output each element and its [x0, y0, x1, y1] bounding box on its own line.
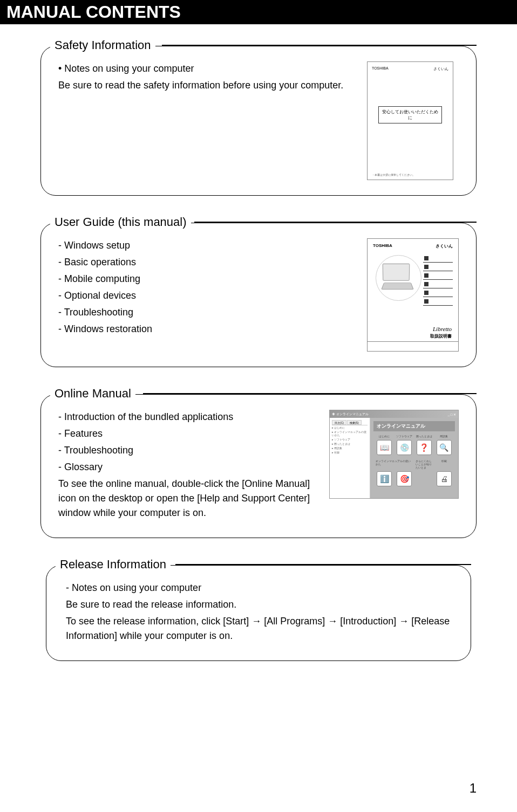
tree-item: ▸ 困ったときは [332, 442, 368, 446]
online-tab-label: はじめに [379, 435, 390, 438]
ug-subtitle: 取扱説明書 [430, 333, 452, 339]
release-item: - Notes on using your computer [66, 581, 451, 595]
safety-img-brand-left: TOSHIBA [372, 66, 389, 72]
safety-img-box-text: 安心してお使いいただくために [378, 106, 442, 123]
section-userguide: User Guide (this manual) - Windows setup… [40, 223, 477, 367]
toc-line [423, 263, 453, 271]
section-userguide-title: User Guide (this manual) [50, 215, 191, 229]
online-tab-label: ソフトウェア [396, 435, 412, 438]
userguide-text: - Windows setup - Basic operations - Mob… [58, 238, 367, 339]
release-text: - Notes on using your computer Be sure t… [66, 581, 451, 643]
userguide-illustration: TOSHIBA さくいん [367, 238, 459, 352]
safety-img-brand-right: さくいん [433, 66, 448, 72]
list-item: - Basic operations [58, 255, 356, 270]
print-icon: 🖨 [437, 471, 452, 486]
ug-brand: TOSHIBA [373, 243, 392, 249]
toc-line [423, 271, 453, 280]
online-bottom-label: オンラインマニュアルの使いかた [376, 459, 413, 466]
section-safety-title: Safety Information [50, 38, 155, 52]
info-icon: ℹ️ [377, 471, 392, 486]
sidebar-tab: 目次(C) [332, 420, 346, 425]
online-illustration: ◈ オンラインマニュアル _ □ ✕ 目次(C) 検索(S) ▸ はじめに ▸ … [329, 410, 459, 499]
online-tab-label: 困ったときは [416, 435, 432, 438]
book-icon: 📖 [377, 440, 392, 455]
sidebar-tab: 検索(S) [347, 420, 362, 425]
safety-bullet: • Notes on using your computer [58, 61, 356, 76]
toc-line [423, 254, 453, 263]
list-item: - Troubleshooting [58, 443, 318, 458]
online-bottom-label: さらにくわしいことが知りたいとき [416, 459, 433, 469]
online-bottom-label: 印刷 [441, 459, 447, 463]
target-icon: 🎯 [397, 471, 412, 486]
safety-img-footer: ・本書は大切に保管してください。 [372, 173, 415, 176]
online-tab-label: 用語集 [440, 435, 448, 438]
safety-illustration: TOSHIBA さくいん 安心してお使いいただくために ・本書は大切に保管してく… [367, 61, 459, 180]
online-main-panel: オンラインマニュアル はじめに ソフトウェア 困ったときは 用語集 [370, 418, 458, 498]
list-item: - Mobile computing [58, 272, 356, 286]
divider [194, 222, 477, 223]
tree-item: ▸ 用語集 [332, 446, 368, 450]
toc-line [423, 280, 453, 288]
list-item: - Troubleshooting [58, 305, 356, 320]
toc-line [423, 297, 453, 306]
tree-item: ▸ オンラインマニュアルの使いかた [332, 430, 368, 437]
toc-line [423, 288, 453, 297]
tree-item: ▸ 付録 [332, 450, 368, 455]
page-header: MANUAL CONTENTS [0, 0, 517, 24]
online-text: - Introduction of the bundled applicatio… [58, 410, 329, 522]
disc-icon: 💿 [397, 440, 412, 455]
window-controls-icon: _ □ ✕ [448, 412, 456, 416]
online-main-title: オンラインマニュアル [373, 421, 455, 431]
section-online-title: Online Manual [50, 387, 135, 401]
laptop-icon [383, 264, 415, 293]
safety-text: • Notes on using your computer Be sure t… [58, 61, 367, 95]
window-titlebar: ◈ オンラインマニュアル _ □ ✕ [330, 410, 458, 418]
release-desc1: Be sure to read the release information. [66, 597, 451, 612]
ug-index-label: さくいん [436, 243, 453, 249]
list-item: - Windows setup [58, 238, 356, 253]
window-title-icon: ◈ オンラインマニュアル [332, 412, 369, 417]
online-desc: To see the online manual, double-click t… [58, 477, 318, 520]
section-online: Online Manual - Introduction of the bund… [40, 394, 477, 538]
section-safety: Safety Information • Notes on using your… [40, 46, 477, 196]
release-desc2: To see the release information, click [S… [66, 614, 451, 643]
section-release: Release Information - Notes on using you… [46, 565, 471, 661]
divider [162, 45, 477, 46]
divider [175, 564, 471, 565]
list-item: - Glossary [58, 460, 318, 474]
section-release-title: Release Information [56, 558, 171, 572]
list-item: - Introduction of the bundled applicatio… [58, 410, 318, 424]
tree-item: ▸ ソフトウェア [332, 437, 368, 442]
tree-item: ▸ はじめに [332, 425, 368, 430]
help-icon: ❓ [417, 440, 432, 455]
online-sidebar: 目次(C) 検索(S) ▸ はじめに ▸ オンラインマニュアルの使いかた ▸ ソ… [330, 418, 370, 498]
list-item: - Optional devices [58, 288, 356, 303]
list-item: - Features [58, 426, 318, 441]
page-number: 1 [470, 781, 477, 796]
safety-desc: Be sure to read the safety information b… [58, 78, 356, 93]
divider [143, 393, 477, 394]
list-item: - Windows restoration [58, 322, 356, 336]
ug-logo: Libretto [433, 326, 452, 332]
search-icon: 🔍 [437, 440, 452, 455]
